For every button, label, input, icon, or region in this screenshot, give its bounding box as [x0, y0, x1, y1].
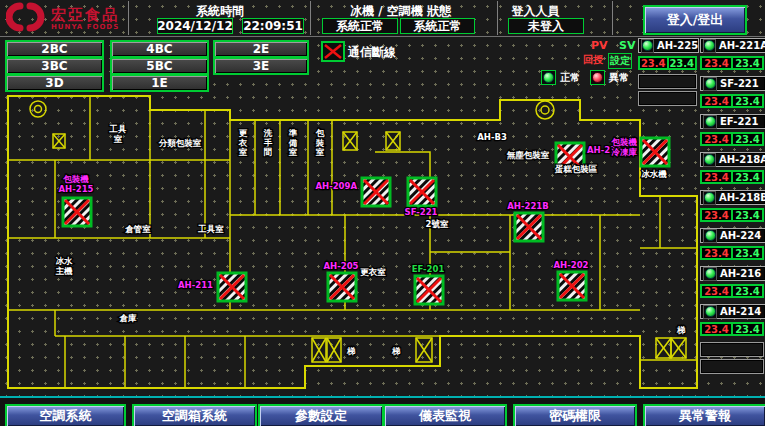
ahu-disconnect-icon-ah-221b[interactable] — [515, 213, 543, 241]
unit-pv-value: 23.4 — [701, 171, 732, 183]
unit-sv-value: 23.4 — [732, 57, 763, 69]
floor-plan-map: 工具室分類包裝室AH-B3無塵包裝室蛋糕包裝區冰水機2號室倉管室工具室更衣室冰水… — [0, 88, 702, 396]
ahu-disconnect-icon-ah-215[interactable] — [63, 198, 91, 226]
abnormal-label: 異常 — [609, 71, 629, 85]
nav-button-6[interactable]: 異常警報 — [643, 404, 765, 426]
equipment-label: AH-209A — [315, 181, 357, 191]
room-label: 倉管室 — [124, 224, 151, 234]
room-label: 冰水機 — [641, 169, 667, 179]
nav-button-3[interactable]: 參數設定 — [258, 404, 384, 426]
nav-button-5[interactable]: 密碼權限 — [513, 404, 637, 426]
unit-values: 23.4 23.4 — [700, 208, 764, 222]
unit-pv-value: 23.4 — [701, 323, 732, 335]
nav-button-2[interactable]: 空調箱系統 — [132, 404, 257, 426]
unit-pv-value: 23.4 — [701, 285, 732, 297]
room-label: 梯 — [676, 325, 686, 335]
equipment-label: 包裝機 — [62, 174, 89, 184]
floor-button-5bc[interactable]: 5BC — [110, 57, 209, 75]
floor-button-2e[interactable]: 2E — [213, 40, 309, 58]
ahu-disconnect-icon-sf-221[interactable] — [408, 178, 436, 206]
unit-values: 23.4 23.4 — [700, 246, 764, 260]
login-logout-button[interactable]: 登入/登出 — [643, 5, 747, 35]
stair-symbol — [53, 134, 65, 148]
unit-ah-218b[interactable]: AH-218B — [700, 190, 765, 205]
unit-sv-value: 23.4 — [668, 57, 697, 69]
ahu-disconnect-icon-ah-209a[interactable] — [362, 178, 390, 206]
unit-sv-value: 23.4 — [732, 247, 763, 259]
ahu-disconnect-icon-ah-205[interactable] — [328, 273, 356, 301]
empty-unit-slot — [700, 359, 764, 374]
room-label: 冰水 — [56, 256, 74, 266]
equipment-label: SF-221 — [405, 207, 438, 217]
ahu-disconnect-icon-ah-202[interactable] — [558, 272, 586, 300]
chiller-status-value: 系統正常 — [322, 18, 398, 34]
normal-label: 正常 — [560, 71, 580, 85]
ahu-status-value: 系統正常 — [400, 18, 475, 34]
unit-pv-value: 23.4 — [639, 57, 668, 69]
room-label: 室 — [114, 134, 123, 144]
unit-sv-value: 23.4 — [732, 95, 763, 107]
floor-button-3e[interactable]: 3E — [213, 57, 309, 75]
unit-values: 23.4 23.4 — [638, 56, 697, 70]
empty-unit-slot — [638, 74, 697, 89]
pv-header: PV — [591, 39, 608, 52]
unit-ah-216[interactable]: AH-216 — [700, 266, 765, 281]
room-label: 分類包裝室 — [158, 138, 202, 148]
unit-ah-225[interactable]: AH-225 — [638, 38, 699, 53]
unit-sv-value: 23.4 — [732, 323, 763, 335]
pv-subheader: 回授 — [583, 53, 603, 67]
header-separator — [612, 1, 613, 35]
unit-sv-value: 23.4 — [732, 285, 763, 297]
stair-symbol — [327, 338, 341, 362]
equipment-label: AH-211 — [178, 280, 213, 290]
unit-ah-224[interactable]: AH-224 — [700, 228, 765, 243]
stair-symbol — [312, 338, 326, 362]
system-time-value: 22:09:51 — [242, 18, 304, 34]
ahu-disconnect-icon-ah-211[interactable] — [218, 273, 246, 301]
normal-led-icon — [541, 70, 556, 85]
unit-values: 23.4 23.4 — [700, 132, 764, 146]
unit-sv-value: 23.4 — [732, 209, 763, 221]
bottom-nav-bar: 空調系統空調箱系統參數設定儀表監視密碼權限異常警報 — [0, 396, 765, 426]
floor-button-2bc[interactable]: 2BC — [5, 40, 104, 58]
equipment-label: AH-221B — [507, 201, 548, 211]
nav-button-1[interactable]: 空調系統 — [5, 404, 126, 426]
unit-values: 23.4 23.4 — [700, 170, 764, 184]
room-label: 2號室 — [426, 219, 449, 229]
unit-pv-value: 23.4 — [701, 209, 732, 221]
equipment-label: 包裝機 — [611, 137, 638, 147]
brand-name: 宏亞食品 — [51, 7, 119, 23]
unit-ah-214[interactable]: AH-214 — [700, 304, 765, 319]
equipment-label: EF-201 — [412, 264, 445, 274]
unit-status-led — [703, 267, 717, 281]
unit-ah-218a[interactable]: AH-218A — [700, 152, 765, 167]
unit-sf-221[interactable]: SF-221 — [700, 76, 765, 91]
equipment-label: AH-205 — [324, 261, 359, 271]
unit-status-led — [641, 39, 654, 53]
unit-ef-221[interactable]: EF-221 — [700, 114, 765, 129]
room-label: AH-B3 — [477, 132, 507, 142]
stair-symbol — [671, 338, 686, 358]
unit-sv-value: 23.4 — [732, 133, 763, 145]
header-separator — [128, 1, 129, 35]
header: 宏亞食品 HUNYA FOODS 系統時間 2024/12/12 22:09:5… — [0, 0, 765, 36]
sv-header: SV — [619, 39, 635, 52]
stair-symbol — [343, 132, 357, 150]
unit-status-led — [703, 191, 716, 205]
header-separator — [310, 1, 311, 35]
nav-button-4[interactable]: 儀表監視 — [383, 404, 507, 426]
brand-logo-icon — [6, 2, 46, 36]
room-label: 梯 — [346, 346, 356, 356]
room-label: 工具室 — [197, 224, 224, 234]
floor-button-4bc[interactable]: 4BC — [110, 40, 209, 58]
status-legend: 正常 異常 — [541, 70, 629, 85]
empty-unit-slot — [700, 342, 764, 357]
unit-ah-221a[interactable]: AH-221A — [700, 38, 765, 53]
ahu-disconnect-icon-chiller[interactable] — [641, 138, 669, 166]
ahu-disconnect-icon-ef-201[interactable] — [415, 276, 443, 304]
unit-status-led — [703, 115, 717, 129]
unit-sv-value: 23.4 — [732, 171, 763, 183]
floor-button-3bc[interactable]: 3BC — [5, 57, 104, 75]
unit-values: 23.4 23.4 — [700, 56, 764, 70]
unit-pv-value: 23.4 — [701, 57, 732, 69]
